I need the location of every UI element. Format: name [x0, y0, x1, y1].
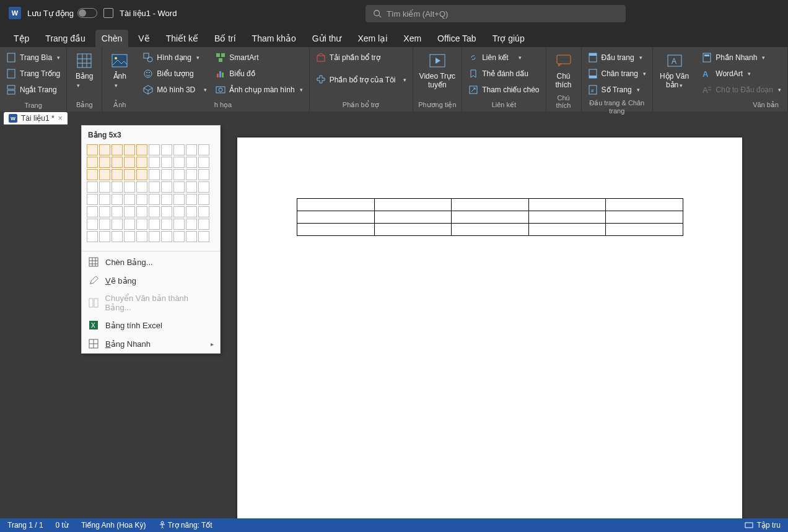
- grid-cell[interactable]: [124, 231, 135, 242]
- grid-cell[interactable]: [161, 169, 172, 180]
- grid-cell[interactable]: [112, 157, 123, 168]
- grid-cell[interactable]: [198, 181, 209, 193]
- grid-cell[interactable]: [149, 157, 160, 168]
- close-tab-icon[interactable]: ×: [58, 114, 63, 123]
- grid-cell[interactable]: [99, 169, 110, 180]
- bookmark-button[interactable]: Thẻ đánh dấu: [466, 66, 541, 82]
- grid-cell[interactable]: [186, 231, 197, 242]
- status-focus[interactable]: Tập tru: [757, 521, 781, 530]
- grid-cell[interactable]: [149, 219, 160, 230]
- textbox-button[interactable]: A Hộp Văn bản▾: [657, 50, 692, 92]
- grid-cell[interactable]: [112, 169, 123, 180]
- grid-cell[interactable]: [149, 169, 160, 180]
- grid-cell[interactable]: [173, 157, 185, 168]
- comment-button[interactable]: Chú thích: [550, 50, 577, 92]
- icons-button[interactable]: Biểu tượng: [141, 66, 209, 82]
- grid-cell[interactable]: [186, 144, 197, 155]
- model3d-button[interactable]: Mô hình 3D▾: [141, 82, 209, 98]
- search-box[interactable]: Tìm kiếm (Alt+Q): [366, 5, 626, 22]
- shapes-button[interactable]: Hình dạng▾: [141, 50, 209, 66]
- header-button[interactable]: Đầu trang▾: [585, 50, 649, 66]
- smartart-button[interactable]: SmartArt: [213, 50, 305, 66]
- grid-cell[interactable]: [99, 194, 110, 205]
- grid-cell[interactable]: [136, 206, 147, 217]
- preview-table[interactable]: [297, 198, 683, 236]
- grid-cell[interactable]: [149, 231, 160, 242]
- tab-design[interactable]: Thiết kế: [160, 30, 204, 47]
- grid-cell[interactable]: [124, 169, 135, 180]
- tab-view[interactable]: Xem: [397, 30, 427, 47]
- grid-cell[interactable]: [87, 169, 98, 180]
- focus-mode-icon[interactable]: [745, 521, 753, 530]
- my-addins-button[interactable]: Phần bổ trợ của Tôi▾: [313, 72, 409, 88]
- grid-cell[interactable]: [124, 144, 135, 155]
- quickparts-button[interactable]: Phần Nhanh▾: [699, 50, 784, 66]
- grid-cell[interactable]: [124, 157, 135, 168]
- tab-references[interactable]: Tham khảo: [246, 30, 302, 47]
- grid-cell[interactable]: [99, 181, 110, 193]
- grid-cell[interactable]: [87, 231, 98, 242]
- grid-cell[interactable]: [87, 157, 98, 168]
- footer-button[interactable]: Chân trang▾: [585, 66, 649, 82]
- save-icon[interactable]: [103, 8, 113, 18]
- tab-home[interactable]: Trang đầu: [39, 30, 92, 47]
- toggle-switch-icon[interactable]: [77, 8, 97, 18]
- tab-office[interactable]: Office Tab: [431, 30, 483, 47]
- grid-cell[interactable]: [198, 219, 209, 230]
- grid-cell[interactable]: [161, 181, 172, 193]
- cover-page-button[interactable]: Trang Bìa▾: [4, 50, 63, 66]
- grid-cell[interactable]: [173, 169, 185, 180]
- grid-cell[interactable]: [161, 194, 172, 205]
- grid-cell[interactable]: [124, 194, 135, 205]
- blank-page-button[interactable]: Trang Trống: [4, 66, 63, 82]
- pictures-button[interactable]: Ảnh▾: [106, 50, 133, 92]
- tab-help[interactable]: Trợ giúp: [486, 30, 531, 47]
- grid-cell[interactable]: [99, 206, 110, 217]
- grid-cell[interactable]: [161, 219, 172, 230]
- tab-mailings[interactable]: Gửi thư: [306, 30, 348, 47]
- grid-cell[interactable]: [112, 144, 123, 155]
- grid-cell[interactable]: [198, 194, 209, 205]
- grid-cell[interactable]: [112, 194, 123, 205]
- autosave-toggle[interactable]: Lưu Tự động: [27, 8, 97, 18]
- tab-insert[interactable]: Chèn: [95, 30, 128, 47]
- tab-review[interactable]: Xem lại: [351, 30, 393, 47]
- document-tab[interactable]: W Tài liệu1 * ×: [4, 112, 68, 124]
- grid-cell[interactable]: [124, 181, 135, 193]
- grid-cell[interactable]: [112, 181, 123, 193]
- grid-cell[interactable]: [149, 181, 160, 193]
- grid-cell[interactable]: [173, 144, 185, 155]
- grid-cell[interactable]: [198, 169, 209, 180]
- tab-file[interactable]: Tệp: [7, 30, 35, 47]
- grid-cell[interactable]: [87, 181, 98, 193]
- grid-cell[interactable]: [112, 206, 123, 217]
- grid-cell[interactable]: [186, 194, 197, 205]
- grid-cell[interactable]: [161, 206, 172, 217]
- grid-cell[interactable]: [173, 219, 185, 230]
- grid-cell[interactable]: [136, 157, 147, 168]
- chart-button[interactable]: Biểu đồ: [213, 66, 305, 82]
- quick-tables-item[interactable]: Bảng Nhanh▸: [82, 334, 220, 353]
- grid-cell[interactable]: [186, 169, 197, 180]
- grid-cell[interactable]: [173, 181, 185, 193]
- grid-cell[interactable]: [112, 219, 123, 230]
- grid-cell[interactable]: [136, 169, 147, 180]
- status-accessibility[interactable]: Trợ năng: Tốt: [159, 521, 212, 530]
- grid-cell[interactable]: [186, 157, 197, 168]
- grid-cell[interactable]: [112, 231, 123, 242]
- grid-cell[interactable]: [161, 144, 172, 155]
- tab-draw[interactable]: Vẽ: [132, 30, 155, 47]
- excel-table-item[interactable]: XBảng tính Excel: [82, 316, 220, 334]
- status-page[interactable]: Trang 1 / 1: [7, 521, 43, 530]
- grid-cell[interactable]: [124, 206, 135, 217]
- screenshot-button[interactable]: Ảnh chụp màn hình▾: [213, 82, 305, 98]
- crossref-button[interactable]: Tham chiếu chéo: [466, 82, 541, 98]
- grid-cell[interactable]: [186, 181, 197, 193]
- grid-cell[interactable]: [124, 219, 135, 230]
- grid-cell[interactable]: [173, 194, 185, 205]
- page-break-button[interactable]: Ngắt Trang: [4, 82, 63, 98]
- page[interactable]: [237, 137, 742, 520]
- status-language[interactable]: Tiếng Anh (Hoa Kỳ): [81, 521, 146, 530]
- online-video-button[interactable]: Video Trực tuyến: [417, 50, 458, 92]
- wordart-button[interactable]: AWordArt▾: [699, 66, 784, 82]
